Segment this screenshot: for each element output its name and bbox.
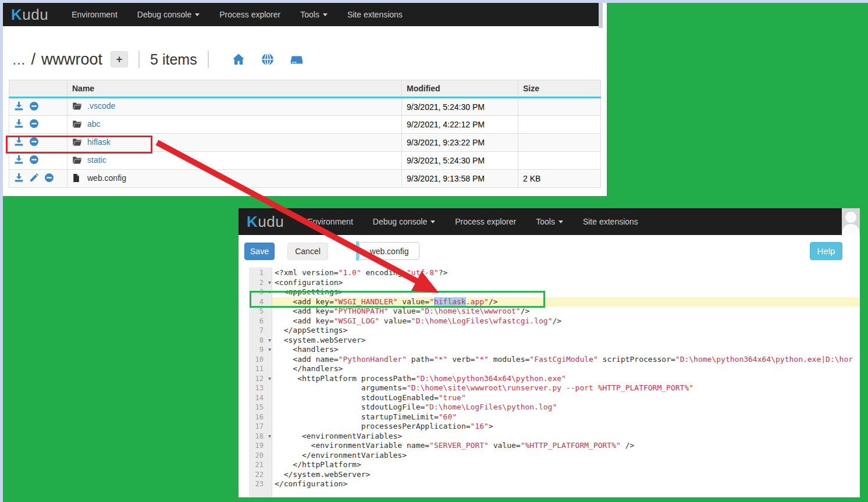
download-icon[interactable] bbox=[14, 155, 24, 165]
code-line-12[interactable]: <httpPlatform processPath="D:\home\pytho… bbox=[272, 374, 860, 384]
nav-item-tools[interactable]: Tools bbox=[536, 217, 563, 226]
folder-icon bbox=[72, 101, 82, 111]
code-line-22[interactable]: </system.webServer> bbox=[272, 470, 860, 480]
save-button[interactable]: Save bbox=[244, 243, 275, 260]
row-actions bbox=[9, 134, 67, 152]
code-line-23[interactable]: </configuration> bbox=[272, 479, 860, 489]
kudu-logo[interactable]: Kudu bbox=[247, 213, 284, 231]
line-number: 6 bbox=[249, 316, 272, 326]
code-editor[interactable]: 12▾3▾45678▾9▾101112▾131415161718▾1920212… bbox=[249, 268, 860, 497]
folder-link-static[interactable]: static bbox=[87, 155, 106, 165]
delete-icon[interactable] bbox=[29, 137, 39, 147]
nav-item-debug-console[interactable]: Debug console bbox=[137, 10, 200, 19]
download-icon[interactable] bbox=[14, 137, 24, 147]
code-line-19[interactable]: <environmentVariable name="SERVER_PORT" … bbox=[272, 441, 860, 451]
folder-link-hiflask[interactable]: hiflask bbox=[87, 137, 111, 147]
top-navbar: Kudu EnvironmentDebug consoleProcess exp… bbox=[239, 208, 860, 235]
fold-arrow-icon[interactable]: ▾ bbox=[268, 345, 271, 355]
new-item-button[interactable]: + bbox=[111, 51, 128, 67]
nav-item-process-explorer[interactable]: Process explorer bbox=[455, 217, 516, 226]
code-line-18[interactable]: <environmentVariables> bbox=[272, 432, 860, 442]
line-number: 15 bbox=[249, 403, 272, 412]
folder-link-abc[interactable]: abc bbox=[87, 119, 101, 129]
fold-arrow-icon[interactable]: ▾ bbox=[268, 287, 271, 297]
code-line-8[interactable]: <system.webServer> bbox=[272, 336, 860, 346]
column-header-size[interactable]: Size bbox=[518, 80, 601, 98]
editor-code[interactable]: <?xml version="1.0" encoding="utf-8"?><c… bbox=[272, 268, 860, 497]
chevron-down-icon bbox=[558, 220, 563, 223]
delete-icon[interactable] bbox=[29, 101, 39, 111]
cancel-button[interactable]: Cancel bbox=[287, 243, 328, 260]
table-row-web.config: web.config9/3/2021, 9:13:58 PM2 KB bbox=[9, 170, 601, 188]
divider bbox=[208, 51, 209, 68]
folder-icon bbox=[72, 119, 82, 129]
download-icon[interactable] bbox=[14, 119, 24, 129]
file-browser-window: Kudu EnvironmentDebug consoleProcess exp… bbox=[3, 3, 607, 196]
nav-item-site-extensions[interactable]: Site extensions bbox=[583, 217, 638, 226]
code-line-11[interactable]: </handlers> bbox=[272, 364, 860, 374]
breadcrumb: ... / wwwroot + 5 items bbox=[12, 46, 607, 73]
item-count: 5 items bbox=[150, 51, 197, 68]
breadcrumb-separator: / bbox=[31, 51, 36, 69]
code-line-20[interactable]: </environmentVariables> bbox=[272, 451, 860, 461]
line-number: 16 bbox=[249, 412, 272, 422]
code-line-4[interactable]: <add key="WSGI_HANDLER" value="hiflask.a… bbox=[272, 297, 860, 307]
nav-item-process-explorer[interactable]: Process explorer bbox=[219, 10, 280, 19]
name-cell: hiflask bbox=[67, 134, 402, 152]
delete-icon[interactable] bbox=[29, 119, 39, 129]
column-header-modified[interactable]: Modified bbox=[402, 80, 518, 98]
download-icon[interactable] bbox=[14, 173, 24, 183]
download-icon[interactable] bbox=[14, 101, 24, 111]
code-line-13[interactable]: arguments="D:\home\site\wwwroot\runserve… bbox=[272, 383, 860, 393]
avatar-head bbox=[845, 212, 856, 223]
column-header-actions bbox=[9, 80, 67, 98]
delete-icon[interactable] bbox=[44, 173, 54, 183]
code-line-3[interactable]: <appSettings> bbox=[272, 287, 860, 297]
delete-icon[interactable] bbox=[29, 155, 39, 165]
view-icons bbox=[232, 53, 319, 66]
file-table: Name Modified Size .vscode9/3/2021, 5:24… bbox=[9, 80, 601, 188]
modified-cell: 9/2/2021, 4:22:12 PM bbox=[402, 116, 518, 134]
profile-avatar[interactable] bbox=[842, 208, 860, 235]
scrollbar[interactable] bbox=[599, 3, 603, 28]
kudu-logo[interactable]: Kudu bbox=[11, 6, 48, 24]
code-line-17[interactable]: processesPerApplication="16"> bbox=[272, 422, 860, 432]
code-line-9[interactable]: <handlers> bbox=[272, 345, 860, 355]
fold-arrow-icon[interactable]: ▾ bbox=[268, 278, 271, 288]
chevron-down-icon bbox=[195, 13, 200, 16]
line-number: 4 bbox=[249, 297, 272, 307]
fold-arrow-icon[interactable]: ▾ bbox=[268, 432, 271, 442]
size-cell bbox=[518, 134, 601, 152]
nav-item-debug-console[interactable]: Debug console bbox=[373, 217, 435, 226]
nav-item-tools[interactable]: Tools bbox=[300, 10, 328, 19]
line-number: 14 bbox=[249, 393, 272, 403]
code-line-16[interactable]: startupTimeLimit="60" bbox=[272, 412, 860, 422]
breadcrumb-parent-link[interactable]: ... bbox=[12, 51, 26, 69]
globe-icon[interactable] bbox=[261, 53, 274, 66]
code-line-6[interactable]: <add key="WSGI_LOG" value="D:\home\LogFi… bbox=[272, 316, 860, 326]
code-line-21[interactable]: </httpPlatform> bbox=[272, 460, 860, 470]
code-line-10[interactable]: <add name="PythonHandler" path="*" verb=… bbox=[272, 355, 860, 365]
row-actions bbox=[9, 152, 67, 170]
nav-item-environment[interactable]: Environment bbox=[307, 217, 353, 226]
filename-tab[interactable]: web.config bbox=[359, 242, 419, 260]
line-number: 9▾ bbox=[249, 345, 272, 355]
nav-item-site-extensions[interactable]: Site extensions bbox=[347, 10, 403, 19]
line-number: 11 bbox=[249, 364, 272, 374]
code-line-15[interactable]: stdoutLogFile="D:\home\LogFiles\python.l… bbox=[272, 403, 860, 412]
line-number: 3▾ bbox=[249, 287, 272, 297]
folder-link-.vscode[interactable]: .vscode bbox=[87, 101, 115, 111]
nav-item-environment[interactable]: Environment bbox=[72, 10, 118, 19]
code-line-5[interactable]: <add key="PYTHONPATH" value="D:\home\sit… bbox=[272, 307, 860, 316]
edit-icon[interactable] bbox=[29, 173, 39, 183]
code-line-14[interactable]: stdoutLogEnabled="true" bbox=[272, 393, 860, 403]
code-line-7[interactable]: </appSettings> bbox=[272, 326, 860, 336]
code-line-1[interactable]: <?xml version="1.0" encoding="utf-8"?> bbox=[272, 268, 860, 278]
drive-icon[interactable] bbox=[290, 53, 303, 66]
help-button[interactable]: Help bbox=[810, 242, 842, 260]
home-icon[interactable] bbox=[232, 53, 245, 66]
column-header-name[interactable]: Name bbox=[67, 80, 402, 98]
fold-arrow-icon[interactable]: ▾ bbox=[268, 336, 271, 346]
fold-arrow-icon[interactable]: ▾ bbox=[268, 374, 271, 384]
code-line-2[interactable]: <configuration> bbox=[272, 278, 860, 288]
